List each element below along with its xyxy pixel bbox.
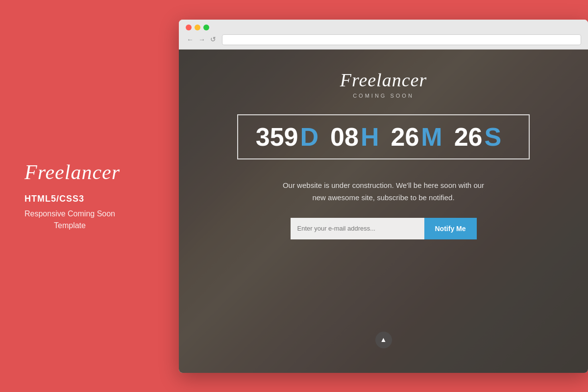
left-panel: Freelancer HTML5/CSS3 Responsive Coming … — [0, 141, 179, 251]
description-text: Responsive Coming Soon Template — [24, 208, 115, 232]
seconds-number: 26 — [454, 124, 483, 150]
minutes-number: 26 — [391, 124, 419, 150]
back-arrow-icon[interactable]: ← — [186, 36, 195, 44]
scroll-up-button[interactable]: ▲ — [375, 332, 392, 348]
browser-content: Freelancer COMING SOON 359 D 08 H 26 M 2… — [179, 50, 588, 373]
email-input[interactable] — [291, 218, 424, 239]
notify-button[interactable]: Notify Me — [424, 218, 477, 239]
dot-red[interactable] — [186, 25, 192, 30]
hours-number: 08 — [330, 124, 359, 150]
coming-soon-subtitle: COMING SOON — [353, 93, 414, 99]
browser-chrome: ← → ↺ — [179, 20, 588, 50]
address-bar[interactable] — [222, 34, 581, 45]
site-description: Our website is under construction. We'll… — [281, 179, 487, 204]
days-label: D — [300, 124, 319, 150]
countdown-container: 359 D 08 H 26 M 26 S — [237, 114, 530, 159]
hours-label: H — [361, 124, 379, 150]
browser-nav: ← → ↺ — [186, 34, 581, 45]
minutes-label: M — [421, 124, 442, 150]
chevron-up-icon: ▲ — [380, 336, 387, 344]
forward-arrow-icon[interactable]: → — [197, 36, 206, 44]
browser-dots — [186, 25, 581, 30]
seconds-label: S — [485, 124, 502, 150]
site-content: Freelancer COMING SOON 359 D 08 H 26 M 2… — [179, 50, 588, 373]
dot-green[interactable] — [203, 25, 209, 30]
dot-yellow[interactable] — [195, 25, 200, 30]
brand-logo-left: Freelancer — [24, 160, 120, 184]
brand-in-browser: Freelancer COMING SOON — [340, 69, 427, 100]
tech-label: HTML5/CSS3 — [24, 194, 84, 204]
browser-mockup: ← → ↺ Freelancer COMING SOON 359 D 08 H … — [179, 20, 588, 373]
subscribe-form: Notify Me — [291, 218, 477, 239]
refresh-icon[interactable]: ↺ — [209, 35, 217, 44]
brand-logo-browser: Freelancer — [340, 69, 427, 91]
days-number: 359 — [256, 124, 298, 150]
